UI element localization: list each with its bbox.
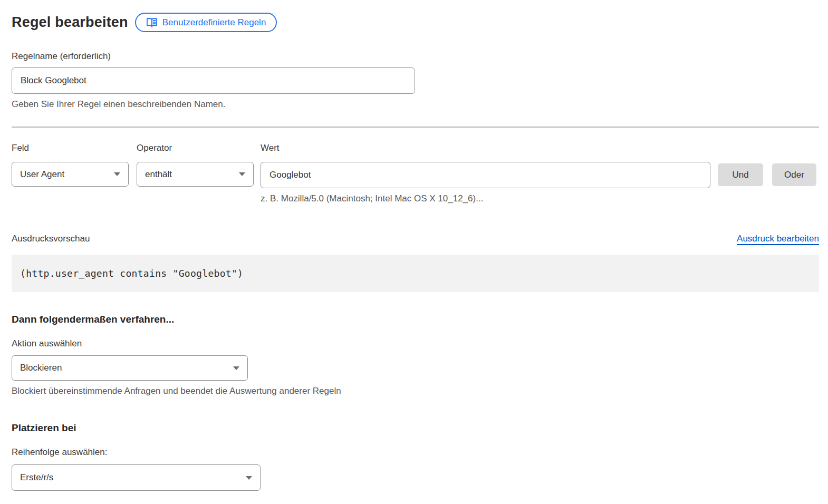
caret-down-icon <box>246 476 252 480</box>
expression-preview-label: Ausdrucksvorschau <box>12 234 90 244</box>
action-select[interactable]: Blockieren <box>12 355 248 381</box>
order-select[interactable]: Erste/r/s <box>12 464 261 491</box>
order-select-value: Erste/r/s <box>20 472 53 483</box>
page-header: Regel bearbeiten Benutzerdefinierte Rege… <box>12 13 819 32</box>
field-column: Feld User Agent <box>12 143 129 187</box>
placement-heading: Platzieren bei <box>12 422 819 434</box>
expression-code-box: (http.user_agent contains "Googlebot") <box>12 255 819 292</box>
field-select[interactable]: User Agent <box>12 162 129 187</box>
or-button[interactable]: Oder <box>772 163 816 186</box>
rule-name-help: Geben Sie Ihrer Regel einen beschreibend… <box>12 99 819 110</box>
caret-down-icon <box>114 172 120 176</box>
edit-expression-link[interactable]: Ausdruck bearbeiten <box>737 234 819 244</box>
value-help: z. B. Mozilla/5.0 (Macintosh; Intel Mac … <box>261 193 710 204</box>
section-divider <box>12 127 819 128</box>
edit-rule-page: Regel bearbeiten Benutzerdefinierte Rege… <box>0 0 828 504</box>
action-help: Blockiert übereinstimmende Anfragen und … <box>12 386 819 396</box>
action-section: Dann folgendermaßen verfahren... Aktion … <box>12 314 819 396</box>
field-label: Feld <box>12 143 129 153</box>
action-select-value: Blockieren <box>20 363 62 373</box>
and-button[interactable]: Und <box>718 163 763 186</box>
custom-rules-docs-button[interactable]: Benutzerdefinierte Regeln <box>135 13 277 32</box>
expression-preview-section: Ausdrucksvorschau Ausdruck bearbeiten (h… <box>12 234 819 292</box>
rule-name-label: Regelname (erforderlich) <box>12 51 819 62</box>
order-label: Reihenfolge auswählen: <box>12 447 819 458</box>
docs-button-label: Benutzerdefinierte Regeln <box>162 17 266 28</box>
operator-select[interactable]: enthält <box>137 162 254 187</box>
action-label: Aktion auswählen <box>12 338 819 349</box>
value-label: Wert <box>261 143 710 153</box>
operator-label: Operator <box>137 143 254 153</box>
caret-down-icon <box>233 366 239 370</box>
rule-name-input[interactable] <box>12 67 415 94</box>
operator-select-value: enthält <box>145 169 172 180</box>
action-heading: Dann folgendermaßen verfahren... <box>12 314 819 325</box>
operator-column: Operator enthält <box>137 143 254 187</box>
open-book-icon <box>146 17 158 28</box>
page-title: Regel bearbeiten <box>12 14 128 31</box>
field-select-value: User Agent <box>20 169 64 180</box>
connector-buttons: Und Oder <box>718 143 816 186</box>
expression-header: Ausdrucksvorschau Ausdruck bearbeiten <box>12 234 819 244</box>
placement-section: Platzieren bei Reihenfolge auswählen: Er… <box>12 422 819 491</box>
condition-builder-row: Feld User Agent Operator enthält Wert z.… <box>12 143 819 204</box>
rule-name-section: Regelname (erforderlich) Geben Sie Ihrer… <box>12 51 819 110</box>
caret-down-icon <box>239 172 245 176</box>
expression-code: (http.user_agent contains "Googlebot") <box>20 268 243 279</box>
value-column: Wert z. B. Mozilla/5.0 (Macintosh; Intel… <box>261 143 710 204</box>
value-input[interactable] <box>261 162 710 188</box>
